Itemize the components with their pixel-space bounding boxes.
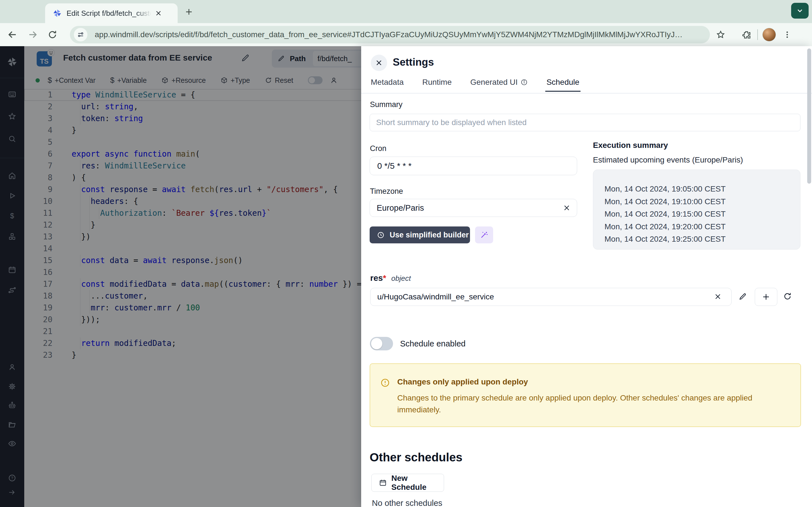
modal-dim-overlay[interactable]	[0, 46, 361, 507]
event-row: Mon, 14 Oct 2024, 19:05:00 CEST	[605, 183, 800, 195]
use-simplified-builder-button[interactable]: Use simplified builder	[370, 226, 470, 243]
res-type: object	[391, 274, 411, 283]
back-icon[interactable]	[6, 29, 18, 41]
settings-tabs: Metadata Runtime Generated UI Schedule	[370, 78, 580, 92]
extensions-puzzle-icon[interactable]	[741, 29, 753, 41]
magic-wand-icon	[480, 231, 488, 239]
reload-icon[interactable]	[46, 29, 59, 41]
event-row: Mon, 14 Oct 2024, 19:15:00 CEST	[605, 208, 800, 221]
site-settings-icon[interactable]	[74, 28, 87, 41]
settings-title: Settings	[393, 56, 434, 68]
drawer-scrollbar[interactable]	[807, 48, 811, 505]
forward-icon[interactable]	[27, 29, 39, 41]
toolbar-separator	[757, 29, 758, 40]
tab-runtime[interactable]: Runtime	[421, 78, 453, 92]
clear-res-icon[interactable]	[714, 293, 721, 300]
execution-events: Mon, 14 Oct 2024, 19:05:00 CESTMon, 14 O…	[593, 170, 801, 249]
clock-icon	[377, 231, 385, 239]
event-row: Mon, 14 Oct 2024, 19:25:00 CEST	[605, 233, 800, 245]
execution-summary-subtitle: Estimated upcoming events (Europe/Paris)	[593, 156, 743, 165]
browser-tab[interactable]: Edit Script f/bd/fetch_customer_data_fro…	[45, 3, 177, 23]
browser-tabstrip: Edit Script f/bd/fetch_customer_data_fro…	[0, 0, 812, 23]
close-settings-button[interactable]	[371, 55, 387, 71]
windmill-app: $ ? T	[0, 46, 812, 507]
warning-body: Changes to the primary schedule are only…	[397, 392, 779, 416]
schedule-enabled-label: Schedule enabled	[400, 339, 465, 348]
calendar-icon	[379, 479, 387, 487]
res-arg-label: res* object	[370, 273, 411, 283]
required-asterisk: *	[383, 273, 386, 283]
edit-resource-pencil-icon[interactable]	[739, 292, 747, 301]
ai-magic-wand-button[interactable]	[475, 226, 493, 243]
address-bar[interactable]: app.windmill.dev/scripts/edit/f/bd/fetch…	[70, 26, 710, 43]
schedule-enabled-toggle[interactable]	[370, 337, 393, 350]
refresh-resource-icon[interactable]	[783, 292, 792, 301]
timezone-input[interactable]	[370, 199, 577, 217]
warning-icon	[380, 378, 390, 388]
info-icon	[520, 78, 528, 86]
new-schedule-button[interactable]: New Schedule	[371, 474, 444, 492]
url-text: app.windmill.dev/scripts/edit/f/bd/fetch…	[95, 30, 682, 39]
summary-label: Summary	[370, 100, 403, 109]
res-resource-input[interactable]	[370, 288, 732, 306]
deploy-warning-box: Changes only applied upon deploy Changes…	[370, 363, 801, 427]
event-row: Mon, 14 Oct 2024, 19:10:00 CEST	[605, 195, 800, 208]
add-resource-plus-button[interactable]	[755, 288, 777, 306]
bookmark-star-icon[interactable]	[714, 29, 727, 41]
execution-summary-title: Execution summary	[593, 141, 668, 150]
browser-profile-chip[interactable]	[791, 3, 809, 18]
windmill-favicon-icon	[52, 8, 62, 18]
tab-schedule[interactable]: Schedule	[545, 78, 580, 92]
tab-title: Edit Script f/bd/fetch_customer_data_fro…	[66, 9, 151, 18]
tabs-divider	[361, 93, 812, 94]
tab-generated-ui[interactable]: Generated UI	[469, 78, 529, 92]
profile-avatar[interactable]	[762, 28, 776, 41]
summary-input[interactable]	[370, 114, 801, 131]
warning-title: Changes only applied upon deploy	[397, 378, 528, 386]
clear-timezone-icon[interactable]	[563, 204, 570, 212]
tab-metadata[interactable]: Metadata	[370, 78, 405, 92]
cron-input[interactable]	[370, 157, 577, 175]
no-other-schedules-text: No other schedules	[372, 499, 442, 507]
toolbar-right	[714, 23, 794, 46]
kebab-menu-icon[interactable]	[781, 29, 794, 41]
tab-close-icon[interactable]	[153, 8, 164, 19]
settings-drawer: Settings Metadata Runtime Generated UI S…	[361, 46, 812, 507]
timezone-label: Timezone	[370, 187, 403, 196]
event-row: Mon, 14 Oct 2024, 19:20:00 CEST	[605, 221, 800, 233]
other-schedules-title: Other schedules	[370, 451, 462, 464]
new-tab-button[interactable]	[183, 6, 195, 18]
cron-label: Cron	[370, 144, 387, 153]
